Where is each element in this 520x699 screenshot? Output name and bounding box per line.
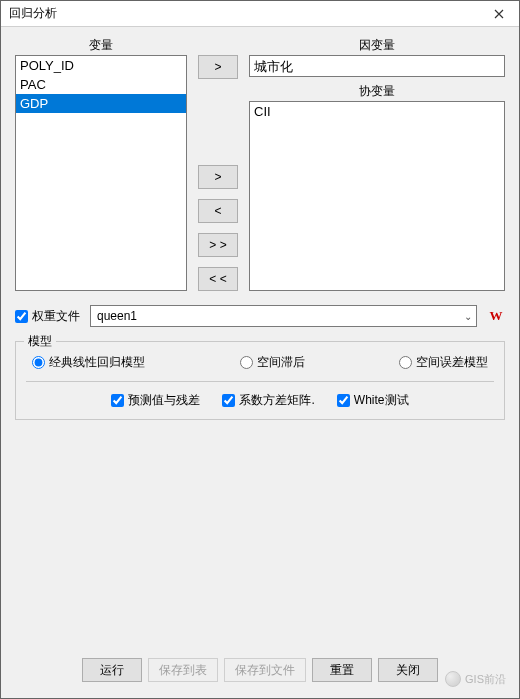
- variables-listbox[interactable]: POLY_IDPACGDP: [15, 55, 187, 291]
- transfer-buttons-column: > > < > > < <: [193, 37, 243, 291]
- remove-covariate-button[interactable]: <: [198, 199, 238, 223]
- covariates-listbox[interactable]: CII: [249, 101, 505, 291]
- chevron-down-icon: ⌄: [464, 311, 472, 322]
- add-covariate-button[interactable]: >: [198, 165, 238, 189]
- list-item[interactable]: POLY_ID: [16, 56, 186, 75]
- open-weights-icon[interactable]: W: [487, 307, 505, 325]
- regression-dialog: 回归分析 变量 POLY_IDPACGDP > > < > > < <: [0, 0, 520, 699]
- dependent-heading: 因变量: [249, 37, 505, 55]
- check-white-test[interactable]: White测试: [337, 392, 409, 409]
- dialog-content: 变量 POLY_IDPACGDP > > < > > < < 因变量 城市化 协…: [1, 27, 519, 698]
- remove-all-covariates-button[interactable]: < <: [198, 267, 238, 291]
- window-title: 回归分析: [9, 5, 57, 22]
- list-item[interactable]: CII: [250, 102, 504, 121]
- model-radio-row: 经典线性回归模型 空间滞后 空间误差模型: [26, 352, 494, 382]
- save-to-file-button[interactable]: 保存到文件: [224, 658, 306, 682]
- variable-transfer-area: 变量 POLY_IDPACGDP > > < > > < < 因变量 城市化 协…: [15, 37, 505, 291]
- variables-heading: 变量: [15, 37, 187, 55]
- close-icon: [494, 9, 504, 19]
- reset-button[interactable]: 重置: [312, 658, 372, 682]
- run-button[interactable]: 运行: [82, 658, 142, 682]
- weights-file-label: 权重文件: [32, 308, 80, 325]
- check-pred-resid-input[interactable]: [111, 394, 124, 407]
- window-close-button[interactable]: [479, 1, 519, 27]
- weights-file-combo[interactable]: queen1 ⌄: [90, 305, 477, 327]
- weights-file-checkbox[interactable]: 权重文件: [15, 308, 80, 325]
- covariates-heading: 协变量: [249, 83, 505, 101]
- model-checks-row: 预测值与残差 系数方差矩阵. White测试: [26, 382, 494, 409]
- dependent-field[interactable]: 城市化: [249, 55, 505, 77]
- check-white-test-input[interactable]: [337, 394, 350, 407]
- titlebar: 回归分析: [1, 1, 519, 27]
- save-to-table-button[interactable]: 保存到表: [148, 658, 218, 682]
- model-groupbox-title: 模型: [24, 333, 56, 350]
- list-item[interactable]: GDP: [16, 94, 186, 113]
- model-radio-lag-input[interactable]: [240, 356, 253, 369]
- model-groupbox: 模型 经典线性回归模型 空间滞后 空间误差模型 预测值与残差: [15, 341, 505, 420]
- weights-row: 权重文件 queen1 ⌄ W: [15, 305, 505, 327]
- model-radio-error-input[interactable]: [399, 356, 412, 369]
- model-radio-error[interactable]: 空间误差模型: [399, 354, 488, 371]
- check-coeff-cov[interactable]: 系数方差矩阵.: [222, 392, 314, 409]
- variables-column: 变量 POLY_IDPACGDP: [15, 37, 187, 291]
- check-coeff-cov-input[interactable]: [222, 394, 235, 407]
- model-radio-classic-input[interactable]: [32, 356, 45, 369]
- weights-file-checkbox-input[interactable]: [15, 310, 28, 323]
- targets-column: 因变量 城市化 协变量 CII: [249, 37, 505, 291]
- weights-file-value: queen1: [97, 309, 137, 323]
- move-to-dependent-button[interactable]: >: [198, 55, 238, 79]
- add-all-covariates-button[interactable]: > >: [198, 233, 238, 257]
- check-pred-resid[interactable]: 预测值与残差: [111, 392, 200, 409]
- list-item[interactable]: PAC: [16, 75, 186, 94]
- model-radio-classic[interactable]: 经典线性回归模型: [32, 354, 145, 371]
- model-radio-lag[interactable]: 空间滞后: [240, 354, 305, 371]
- close-button[interactable]: 关闭: [378, 658, 438, 682]
- dialog-button-row: 运行 保存到表 保存到文件 重置 关闭: [15, 658, 505, 688]
